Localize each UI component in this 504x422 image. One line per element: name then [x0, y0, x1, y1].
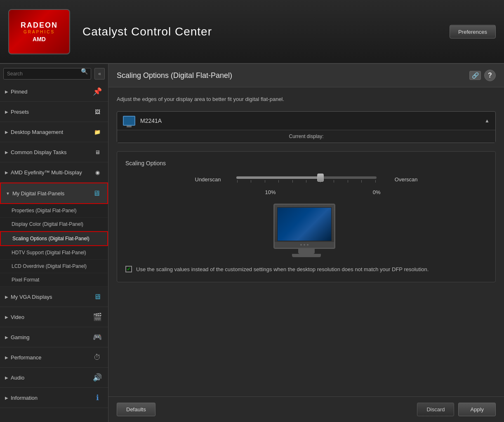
led-dot — [304, 244, 305, 246]
arrow-icon: ▶ — [5, 355, 8, 360]
search-input[interactable] — [3, 68, 91, 80]
apply-button[interactable]: Apply — [458, 403, 496, 416]
scaling-checkbox[interactable] — [125, 266, 132, 272]
footer-left: Defaults — [117, 403, 155, 416]
content-area: Scaling Options (Digital Flat-Panel) 🔗 ?… — [108, 64, 504, 422]
content-title: Scaling Options (Digital Flat-Panel) — [117, 71, 232, 80]
sidebar-item-label: Common Display Tasks — [11, 149, 92, 155]
sub-item-hdtv-support[interactable]: HDTV Support (Digital Flat-Panel) — [0, 246, 108, 260]
sidebar: 🔍 « ▶ Pinned 📌 ▶ Presets 🖼 ▶ Desktop Man… — [0, 64, 108, 422]
link-icon-button[interactable]: 🔗 — [469, 71, 481, 80]
sidebar-item-label: My Digital Flat-Panels — [12, 190, 91, 197]
sidebar-item-desktop-management[interactable]: ▶ Desktop Management 📁 — [0, 122, 108, 142]
slider-labels: Underscan — [125, 176, 487, 183]
sidebar-item-label: Information — [11, 395, 92, 401]
sub-item-scaling-options[interactable]: Scaling Options (Digital Flat-Panel) — [0, 231, 108, 246]
performance-icon: ⏱ — [92, 352, 103, 363]
arrow-icon: ▶ — [5, 335, 8, 340]
sidebar-item-label: My VGA Displays — [11, 294, 92, 300]
eyefinity-icon: ◉ — [92, 166, 103, 178]
monitor-dropdown-header[interactable]: M2241A ▲ — [117, 112, 495, 130]
content-header: Scaling Options (Digital Flat-Panel) 🔗 ? — [108, 64, 504, 87]
sidebar-item-audio[interactable]: ▶ Audio 🔊 — [0, 368, 108, 388]
sidebar-item-label: AMD Eyefinity™ Multi-Display — [11, 169, 92, 176]
sub-item-lcd-overdrive[interactable]: LCD Overdrive (Digital Flat-Panel) — [0, 260, 108, 273]
sidebar-item-my-digital-flat-panels[interactable]: ▼ My Digital Flat-Panels 🖥 — [0, 183, 108, 204]
video-icon: 🎬 — [92, 311, 103, 323]
header-icons: 🔗 ? — [469, 70, 496, 81]
sidebar-item-label: Audio — [11, 375, 92, 381]
tick — [306, 180, 306, 183]
sidebar-item-gaming[interactable]: ▶ Gaming 🎮 — [0, 327, 108, 347]
pin-icon: 📌 — [92, 86, 103, 97]
sidebar-item-performance[interactable]: ▶ Performance ⏱ — [0, 347, 108, 368]
digital-fp-icon: 🖥 — [91, 188, 102, 199]
slider-values: 10% 0% — [257, 189, 397, 195]
content-body: Adjust the edges of your display area to… — [108, 87, 504, 396]
arrow-icon: ▶ — [5, 110, 8, 114]
checkbox-label: Use the scaling values instead of the cu… — [136, 265, 429, 274]
slider-track — [236, 176, 377, 179]
sidebar-item-label: Pinned — [11, 89, 92, 95]
vga-icon: 🖥 — [92, 291, 103, 302]
sub-item-properties[interactable]: Properties (Digital Flat-Panel) — [0, 204, 108, 218]
monitor-icon — [123, 116, 135, 126]
monitor-image — [273, 204, 339, 257]
slider-wrapper — [236, 176, 377, 183]
logo: RADEON GRAPHICS AMD — [8, 9, 70, 54]
sidebar-item-pinned[interactable]: ▶ Pinned 📌 — [0, 82, 108, 102]
arrow-icon: ▶ — [5, 170, 8, 175]
sub-item-pixel-format[interactable]: Pixel Format — [0, 273, 108, 287]
search-row: 🔍 « — [0, 64, 108, 82]
preferences-button[interactable]: Preferences — [450, 25, 496, 38]
sidebar-item-label: Desktop Management — [11, 129, 92, 135]
monitor-stand — [298, 249, 315, 254]
help-button[interactable]: ? — [484, 70, 496, 81]
content-footer: Defaults Discard Apply — [108, 396, 504, 422]
app-header: RADEON GRAPHICS AMD Catalyst Control Cen… — [0, 0, 504, 64]
scaling-options-box: Scaling Options Underscan — [117, 151, 496, 282]
logo-radeon: RADEON — [21, 21, 58, 30]
presets-icon: 🖼 — [92, 106, 103, 117]
sidebar-item-label: Performance — [11, 354, 92, 361]
sidebar-item-video[interactable]: ▶ Video 🎬 — [0, 307, 108, 327]
content-description: Adjust the edges of your display area to… — [117, 96, 496, 103]
chevron-up-icon: ▲ — [485, 118, 490, 124]
sidebar-item-common-display-tasks[interactable]: ▶ Common Display Tasks 🖥 — [0, 142, 108, 162]
arrow-icon: ▶ — [5, 89, 8, 94]
sidebar-item-label: Gaming — [11, 334, 92, 340]
arrow-icon: ▶ — [5, 295, 8, 299]
sidebar-item-presets[interactable]: ▶ Presets 🖼 — [0, 102, 108, 122]
sub-item-display-color[interactable]: Display Color (Digital Flat-Panel) — [0, 218, 108, 231]
desktop-icon: 📁 — [92, 126, 103, 138]
arrow-icon: ▶ — [5, 396, 8, 400]
current-display-label: Current display: — [117, 130, 495, 143]
sidebar-item-amd-eyefinity[interactable]: ▶ AMD Eyefinity™ Multi-Display ◉ — [0, 162, 108, 183]
tick — [334, 180, 334, 183]
main-layout: 🔍 « ▶ Pinned 📌 ▶ Presets 🖼 ▶ Desktop Man… — [0, 64, 504, 422]
tick — [237, 180, 238, 183]
tick — [292, 180, 293, 183]
slider-value-right: 0% — [373, 189, 381, 195]
slider-section: Underscan — [125, 176, 487, 195]
sidebar-item-my-vga-displays[interactable]: ▶ My VGA Displays 🖥 — [0, 287, 108, 307]
monitor-name: M2241A — [140, 117, 485, 124]
monitor-dropdown: M2241A ▲ Current display: — [117, 111, 496, 143]
audio-icon: 🔊 — [92, 372, 103, 383]
footer-right: Discard Apply — [417, 403, 496, 416]
sidebar-item-information[interactable]: ▶ Information ℹ — [0, 388, 108, 408]
logo-amd: AMD — [33, 36, 46, 42]
sub-items: Properties (Digital Flat-Panel) Display … — [0, 204, 108, 287]
led-dot — [307, 244, 309, 246]
logo-graphics: GRAPHICS — [24, 30, 55, 34]
discard-button[interactable]: Discard — [417, 403, 454, 416]
tick — [375, 180, 376, 183]
sidebar-item-label: Video — [11, 314, 92, 320]
tick — [361, 180, 362, 183]
defaults-button[interactable]: Defaults — [117, 403, 155, 416]
display-tasks-icon: 🖥 — [92, 146, 103, 158]
collapse-button[interactable]: « — [94, 68, 105, 80]
tick — [348, 180, 348, 183]
slider-fill — [236, 176, 320, 179]
slider-thumb[interactable] — [317, 173, 324, 182]
